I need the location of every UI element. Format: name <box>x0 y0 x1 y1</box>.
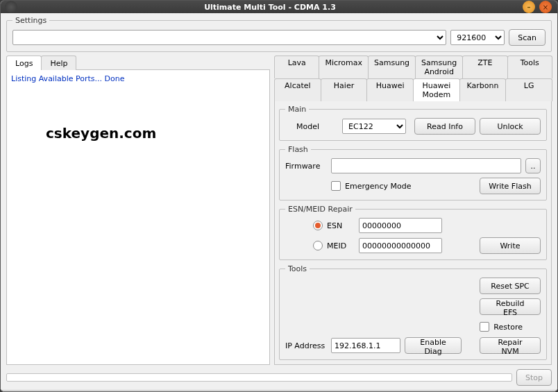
app-window: Ultimate Multi Tool - CDMA 1.3 – × Setti… <box>0 0 558 392</box>
esnmeid-legend: ESN/MEID Repair <box>285 205 355 214</box>
tab-karbonn[interactable]: Karbonn <box>459 78 507 101</box>
tools-group: Tools Reset SPC Rebuild EFS Resto <box>279 264 547 360</box>
tab-lg[interactable]: LG <box>505 78 552 101</box>
tab-tools[interactable]: Tools <box>507 56 552 78</box>
flash-group: Flash Firmware .. Emergency Mode Write F… <box>279 145 547 201</box>
tab-samsung[interactable]: Samsung <box>368 56 416 78</box>
ip-label: IP Address <box>285 341 327 350</box>
huawei-modem-panel: Main Model EC122 Read Info Unlock Fl <box>274 101 552 365</box>
restore-checkbox[interactable] <box>480 322 489 332</box>
settings-legend: Settings <box>12 16 49 25</box>
titlebar[interactable]: Ultimate Multi Tool - CDMA 1.3 – × <box>1 1 557 13</box>
writeflash-button[interactable]: Write Flash <box>480 178 541 194</box>
rebuildefs-button[interactable]: Rebuild EFS <box>480 298 541 315</box>
resetspc-button[interactable]: Reset SPC <box>480 278 541 294</box>
log-panel: Listing Available Ports... Done cskeygen… <box>6 70 270 365</box>
tab-micromax[interactable]: Micromax <box>319 56 369 78</box>
tab-lava[interactable]: Lava <box>274 56 319 78</box>
emergency-checkbox[interactable] <box>331 181 341 191</box>
readinfo-button[interactable]: Read Info <box>414 118 475 135</box>
enablediag-button[interactable]: Enable Diag <box>405 337 462 354</box>
unlock-button[interactable]: Unlock <box>480 118 541 135</box>
main-group: Main Model EC122 Read Info Unlock <box>279 105 547 141</box>
watermark-text: cskeygen.com <box>46 125 265 142</box>
tab-logs[interactable]: Logs <box>6 56 42 70</box>
stop-button[interactable]: Stop <box>516 369 552 386</box>
meid-radio[interactable] <box>313 241 323 250</box>
flash-legend: Flash <box>285 145 311 154</box>
progress-bar <box>6 373 512 382</box>
window-menu-icon[interactable] <box>5 1 17 13</box>
tab-alcatel[interactable]: Alcatel <box>274 78 321 101</box>
esnmeid-group: ESN/MEID Repair ESN MEID Write <box>279 205 547 260</box>
tools-legend: Tools <box>285 264 310 273</box>
tab-samsung-android[interactable]: Samsung Android <box>415 56 463 78</box>
write-button[interactable]: Write <box>480 237 541 254</box>
log-line: Listing Available Ports... Done <box>11 74 265 83</box>
repairnvm-button[interactable]: Repair NVM <box>480 337 541 354</box>
restore-label: Restore <box>493 323 523 332</box>
esn-input[interactable] <box>359 218 442 233</box>
esn-radio[interactable] <box>313 221 323 230</box>
meid-input[interactable] <box>359 238 442 253</box>
port-select[interactable] <box>12 30 446 45</box>
ip-input[interactable] <box>331 338 400 353</box>
settings-group: Settings 921600 Scan <box>6 16 552 52</box>
tab-help[interactable]: Help <box>41 56 76 70</box>
meid-label: MEID <box>327 241 355 250</box>
minimize-icon[interactable]: – <box>523 1 535 13</box>
tab-haier[interactable]: Haier <box>321 78 368 101</box>
scan-button[interactable]: Scan <box>509 29 546 46</box>
close-icon[interactable]: × <box>539 1 552 13</box>
tab-huawei-modem[interactable]: Huawei Modem <box>413 78 460 101</box>
window-title: Ultimate Multi Tool - CDMA 1.3 <box>17 3 523 12</box>
tab-zte[interactable]: ZTE <box>462 56 507 78</box>
model-label: Model <box>296 122 338 131</box>
firmware-label: Firmware <box>285 162 327 171</box>
tab-huawei[interactable]: Huawei <box>366 78 414 101</box>
main-legend: Main <box>285 105 309 114</box>
esn-label: ESN <box>327 221 355 230</box>
model-select[interactable]: EC122 <box>342 119 406 134</box>
emergency-label: Emergency Mode <box>345 182 412 191</box>
browse-button[interactable]: .. <box>525 158 541 173</box>
baud-select[interactable]: 921600 <box>450 30 505 45</box>
firmware-input[interactable] <box>331 158 521 173</box>
